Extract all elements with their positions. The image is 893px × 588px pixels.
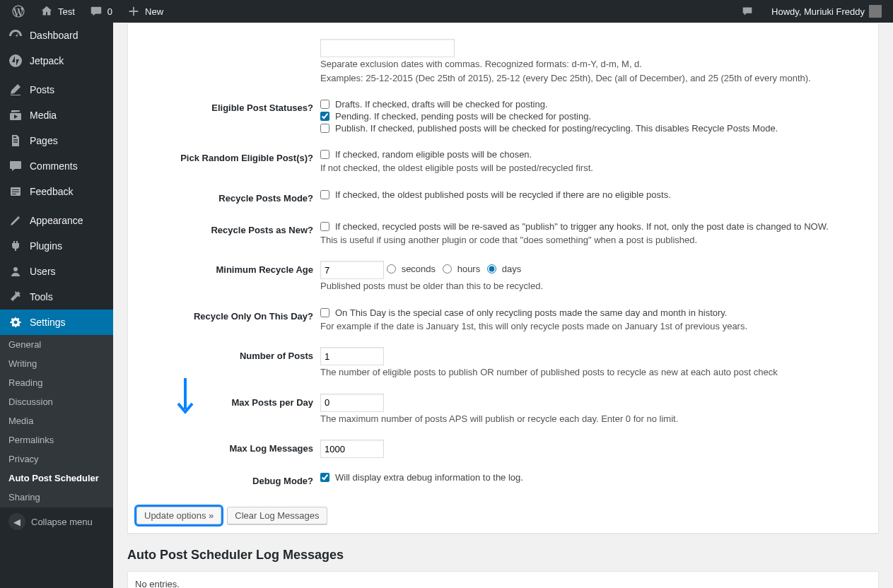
pending-checkbox[interactable] [320, 112, 329, 121]
menu-item-tools[interactable]: Tools [0, 284, 113, 310]
menu-item-comments[interactable]: Comments [0, 153, 113, 179]
comments-icon [8, 159, 23, 173]
max-log-label: Max Log Messages [136, 433, 320, 465]
new-link[interactable]: New [121, 0, 169, 23]
menu-item-plugins[interactable]: Plugins [0, 233, 113, 259]
comments-link[interactable]: 0 [83, 0, 118, 23]
exclusion-dates-input[interactable] [320, 39, 455, 57]
submenu-item-discussion[interactable]: Discussion [0, 392, 113, 411]
appearance-icon [8, 213, 23, 228]
home-icon [40, 4, 54, 18]
posts-icon [8, 83, 23, 97]
seconds-label: seconds [402, 264, 436, 274]
menu-item-media[interactable]: Media [0, 102, 113, 128]
max-day-input[interactable] [320, 394, 384, 412]
recycle-mode-checkbox[interactable] [320, 190, 329, 199]
submenu-item-auto-post-scheduler[interactable]: Auto Post Scheduler [0, 469, 113, 488]
random-check-text: If checked, random eligible posts will b… [335, 149, 532, 160]
submenu-item-privacy[interactable]: Privacy [0, 449, 113, 469]
debug-checkbox[interactable] [320, 473, 329, 482]
min-age-input[interactable] [320, 261, 384, 279]
num-posts-desc: The number of eligible posts to publish … [320, 365, 863, 380]
recycle-mode-label: Recycle Posts Mode? [136, 182, 320, 214]
submenu-item-reading[interactable]: Reading [0, 373, 113, 392]
days-label: days [502, 264, 521, 274]
wp-logo[interactable] [6, 0, 31, 23]
site-link[interactable]: Test [34, 0, 81, 23]
menu-item-dashboard[interactable]: Dashboard [0, 23, 113, 48]
chat-icon [740, 4, 754, 18]
drafts-checkbox[interactable] [320, 100, 329, 109]
account[interactable]: Howdy, Muriuki Freddy [766, 0, 887, 23]
plus-icon [127, 4, 141, 18]
statuses-label: Eligible Post Statuses? [136, 92, 320, 142]
publish-checkbox[interactable] [320, 124, 329, 133]
clear-log-button[interactable]: Clear Log Messages [227, 507, 327, 524]
hours-radio[interactable] [443, 264, 452, 274]
menu-item-pages[interactable]: Pages [0, 128, 113, 153]
comment-icon [89, 4, 103, 18]
log-box: No entries. [127, 571, 879, 588]
menu-label: Media [30, 110, 57, 121]
max-log-input[interactable] [320, 440, 384, 458]
settings-icon [8, 315, 23, 329]
menu-item-appearance[interactable]: Appearance [0, 208, 113, 233]
recycle-new-text: If checked, recycled posts will be re-sa… [335, 221, 829, 232]
on-this-day-label: Recycle Only On This Day? [136, 300, 320, 341]
submenu-item-sharing[interactable]: Sharing [0, 488, 113, 507]
jetpack-icon [8, 54, 23, 68]
site-title: Test [58, 6, 75, 17]
wordpress-icon [11, 4, 25, 18]
recycle-new-checkbox[interactable] [320, 222, 329, 231]
menu-label: Settings [30, 317, 66, 328]
max-day-label: Max Posts per Day [136, 387, 320, 433]
menu-item-posts[interactable]: Posts [0, 77, 113, 102]
log-title: Auto Post Scheduler Log Messages [127, 548, 879, 563]
dashboard-icon [8, 28, 23, 42]
random-checkbox[interactable] [320, 150, 329, 159]
min-age-desc: Published posts must be older than this … [320, 279, 863, 293]
submenu-item-writing[interactable]: Writing [0, 354, 113, 373]
days-radio[interactable] [487, 264, 496, 274]
submenu-item-media[interactable]: Media [0, 411, 113, 430]
menu-item-users[interactable]: Users [0, 259, 113, 284]
notifications[interactable] [735, 0, 760, 23]
submenu-item-permalinks[interactable]: Permalinks [0, 430, 113, 449]
menu-label: Dashboard [30, 30, 78, 41]
admin-sidebar: DashboardJetpackPostsMediaPagesCommentsF… [0, 23, 113, 588]
debug-label: Debug Mode? [136, 465, 320, 497]
random-label: Pick Random Eligible Post(s)? [136, 142, 320, 182]
menu-label: Pages [30, 135, 58, 146]
collapse-label: Collapse menu [31, 517, 93, 527]
feedback-icon [8, 184, 23, 199]
recycle-new-desc: This is useful if using another plugin o… [320, 233, 863, 247]
num-posts-input[interactable] [320, 347, 384, 365]
menu-item-jetpack[interactable]: Jetpack [0, 48, 113, 74]
comment-count: 0 [107, 6, 112, 17]
on-this-day-checkbox[interactable] [320, 308, 329, 317]
num-posts-label: Number of Posts [136, 340, 320, 387]
menu-label: Posts [30, 84, 54, 95]
random-desc: If not checked, the oldest eligible post… [320, 161, 863, 175]
menu-item-settings[interactable]: Settings [0, 310, 113, 335]
submenu-item-general[interactable]: General [0, 335, 113, 354]
menu-label: Feedback [30, 186, 73, 197]
pages-icon [8, 134, 23, 148]
avatar [869, 5, 882, 18]
menu-label: Appearance [30, 215, 83, 226]
new-label: New [145, 6, 163, 17]
seconds-radio[interactable] [387, 264, 396, 274]
max-day-desc: The maximum number of posts APS will pub… [320, 412, 863, 426]
svg-point-0 [9, 54, 22, 67]
publish-text: Publish. If checked, published posts wil… [335, 123, 778, 134]
svg-point-2 [13, 267, 18, 271]
on-this-day-desc: For example if the date is January 1st, … [320, 319, 863, 334]
menu-item-feedback[interactable]: Feedback [0, 179, 113, 204]
collapse-menu[interactable]: ◀Collapse menu [0, 507, 113, 536]
menu-label: Users [30, 266, 56, 277]
update-options-button[interactable]: Update options » [136, 507, 221, 524]
content-area: Separate exclusion dates with commas. Re… [113, 0, 893, 588]
drafts-text: Drafts. If checked, drafts will be check… [335, 99, 548, 110]
admin-bar: Test 0 New Howdy, Muriuki Freddy [0, 0, 893, 23]
debug-text: Will display extra debug information to … [335, 472, 523, 483]
